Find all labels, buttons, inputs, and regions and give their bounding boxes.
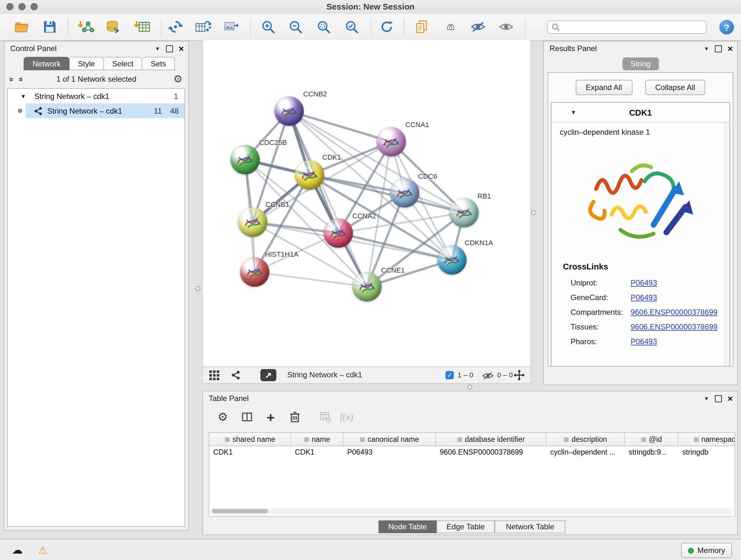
table-cell[interactable]: stringdb: [678, 446, 735, 458]
network-collection-row[interactable]: ▼ String Network – cdk1 1: [8, 89, 185, 104]
network-node-CCNA2[interactable]: [324, 219, 353, 248]
crosslink-value-link[interactable]: 9606.ENSP00000378699: [630, 307, 718, 316]
cloud-status-button[interactable]: ☁: [6, 540, 28, 560]
toolbar-separator: [525, 18, 525, 36]
zoom-selected-button[interactable]: [343, 18, 360, 36]
network-node-CDKN1A[interactable]: [437, 245, 467, 274]
save-session-button[interactable]: [42, 18, 58, 36]
show-all-button[interactable]: [498, 18, 515, 36]
network-from-table-button[interactable]: [195, 18, 211, 36]
collapse-all-button[interactable]: Collapse All: [645, 80, 705, 95]
tab-node-table[interactable]: Node Table: [379, 520, 436, 533]
panel-menu-icon[interactable]: ▼: [704, 46, 709, 51]
memory-button[interactable]: Memory: [681, 543, 732, 558]
table-cell[interactable]: CDK1: [291, 446, 343, 458]
import-network-database-button[interactable]: [105, 18, 121, 36]
network-edges: [203, 40, 531, 367]
zoom-out-button[interactable]: [287, 18, 304, 36]
selected-checkbox[interactable]: ✓: [446, 371, 454, 379]
close-panel-icon[interactable]: ×: [179, 44, 184, 53]
pan-tool-button[interactable]: [514, 370, 525, 381]
table-cell[interactable]: CDK1: [209, 446, 291, 458]
delete-column-button[interactable]: [286, 409, 303, 425]
network-node-CDC6[interactable]: [390, 178, 419, 207]
network-canvas[interactable]: CCNB2CCNA1CDC25BCDK1CDC6RB1CCNB1CCNA2CDK…: [202, 40, 531, 367]
add-column-button[interactable]: +: [262, 409, 279, 425]
close-panel-icon[interactable]: ×: [728, 44, 733, 53]
table-row[interactable]: CDK1CDK1P064939606.ENSP00000378699cyclin…: [209, 446, 735, 458]
table-horizontal-scrollbar[interactable]: [211, 508, 733, 514]
import-table-file-button[interactable]: [134, 18, 151, 36]
table-cell[interactable]: P06493: [343, 446, 436, 458]
zoom-in-button[interactable]: [260, 18, 276, 36]
tab-sets[interactable]: Sets: [142, 57, 175, 70]
detach-view-button[interactable]: ↗: [260, 369, 276, 381]
tab-network-table[interactable]: Network Table: [495, 520, 565, 533]
close-panel-icon[interactable]: ×: [728, 394, 733, 403]
float-panel-icon[interactable]: [166, 45, 173, 52]
network-edge[interactable]: [289, 111, 367, 287]
refresh-view-button[interactable]: [379, 18, 395, 36]
tree-expander-icon[interactable]: ▼: [20, 93, 26, 99]
crosslink-value-link[interactable]: P06493: [630, 293, 657, 302]
hidden-counts: 0 – 0: [497, 367, 513, 383]
float-panel-icon[interactable]: [715, 395, 722, 402]
card-scrollbar[interactable]: [724, 123, 730, 367]
crosslink-value-link[interactable]: 9606.ENSP00000378699: [630, 322, 718, 331]
network-node-HIST1H1A[interactable]: [240, 257, 269, 287]
hide-selected-button[interactable]: [470, 18, 486, 36]
column-header-canonical-name[interactable]: ▦canonical name: [343, 433, 436, 446]
apply-layout-button[interactable]: [167, 18, 184, 36]
network-node-CDC25B[interactable]: [230, 145, 260, 174]
crosslink-value-link[interactable]: P06493: [630, 278, 657, 287]
string-tab[interactable]: String: [622, 57, 659, 70]
duplicate-page-button[interactable]: [414, 18, 430, 36]
zoom-fit-button[interactable]: [315, 18, 332, 36]
column-header-namespace[interactable]: ▦namespace: [678, 433, 735, 446]
network-edge[interactable]: [289, 111, 391, 142]
network-options-gear-icon[interactable]: ⚙: [173, 74, 183, 84]
network-node-CCNB2[interactable]: [274, 97, 304, 126]
column-header-description[interactable]: ▦description: [546, 433, 625, 446]
import-network-file-button[interactable]: [78, 18, 94, 36]
table-cell[interactable]: 9606.ENSP00000378699: [436, 446, 546, 458]
show-columns-button[interactable]: [239, 409, 255, 425]
network-node-CDK1[interactable]: [295, 160, 324, 190]
network-node-CCNE1[interactable]: [352, 272, 382, 301]
network-node-CCNB1[interactable]: [238, 207, 267, 237]
splitter-handle-right[interactable]: [531, 210, 536, 215]
float-panel-icon[interactable]: [715, 45, 722, 52]
search-input[interactable]: [562, 21, 706, 33]
network-row-selected[interactable]: String Network – cdk1 11 48: [8, 104, 185, 118]
expand-all-button[interactable]: Expand All: [576, 80, 632, 95]
card-expander-icon[interactable]: ▼: [570, 109, 576, 116]
network-share-button[interactable]: [231, 370, 241, 380]
table-settings-button[interactable]: ⚙: [214, 409, 231, 425]
column-header--id[interactable]: ▦@id: [625, 433, 678, 446]
network-edge[interactable]: [255, 272, 367, 287]
export-image-button[interactable]: [223, 18, 239, 36]
network-node-CCNA1[interactable]: [377, 127, 406, 157]
birdseye-grid-button[interactable]: [209, 370, 219, 381]
tab-edge-table[interactable]: Edge Table: [436, 520, 495, 533]
column-header-database-identifier[interactable]: ▦database identifier: [436, 433, 546, 446]
tab-style[interactable]: Style: [70, 57, 104, 70]
panel-menu-icon[interactable]: ▼: [704, 395, 709, 401]
splitter-handle-bottom[interactable]: [467, 384, 472, 389]
crosslink-value-link[interactable]: P06493: [630, 337, 657, 346]
warnings-button[interactable]: ⚠: [33, 540, 52, 560]
tab-network[interactable]: Network: [23, 57, 70, 70]
table-cell[interactable]: cyclin–dependent ...: [546, 446, 625, 458]
network-node-RB1[interactable]: [449, 198, 479, 227]
column-header-name[interactable]: ▦name: [291, 433, 343, 446]
column-header-shared-name[interactable]: ▦shared name: [209, 433, 291, 446]
open-session-button[interactable]: [13, 18, 30, 36]
scrollbar-thumb[interactable]: [212, 509, 268, 513]
help-button[interactable]: ?: [719, 20, 734, 35]
home-button[interactable]: ⌂⌂: [442, 18, 459, 36]
table-cell[interactable]: stringdb:9...: [625, 446, 678, 458]
splitter-handle-left[interactable]: [195, 286, 200, 291]
panel-menu-icon[interactable]: ▼: [155, 46, 160, 51]
tab-select[interactable]: Select: [104, 57, 142, 70]
hidden-eye-icon[interactable]: [482, 372, 494, 380]
